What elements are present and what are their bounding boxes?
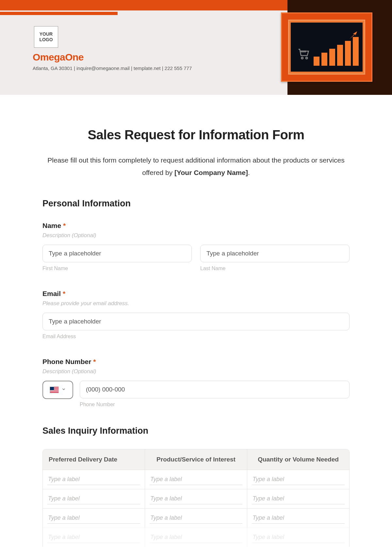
th-quantity: Quantity or Volume Needed — [247, 449, 349, 470]
name-description: Description (Optional) — [42, 232, 350, 239]
cell-input[interactable] — [150, 474, 242, 485]
last-name-input[interactable] — [200, 245, 350, 262]
svg-point-1 — [306, 57, 307, 59]
inquiry-table: Preferred Delivery Date Product/Service … — [42, 449, 350, 547]
th-delivery-date: Preferred Delivery Date — [43, 449, 145, 470]
last-name-sublabel: Last Name — [200, 266, 350, 271]
shopping-cart-icon — [297, 47, 312, 59]
cell-input[interactable] — [47, 493, 140, 504]
required-marker: * — [63, 222, 66, 229]
table-row — [43, 508, 349, 528]
table-row — [43, 470, 349, 489]
cell-input[interactable] — [252, 532, 345, 543]
header-banner: YOUR LOGO OmegaOne Atlanta, GA 30301 | i… — [0, 0, 392, 95]
banner-accent-bar — [0, 12, 118, 15]
page-title: Sales Request for Information Form — [42, 128, 350, 142]
cell-input[interactable] — [47, 474, 140, 485]
table-header-row: Preferred Delivery Date Product/Service … — [43, 449, 349, 470]
arrow-up-icon — [348, 30, 358, 42]
page-intro: Please fill out this form completely to … — [42, 154, 350, 179]
hero-image-frame — [281, 12, 372, 82]
cell-input[interactable] — [252, 513, 345, 524]
cell-input[interactable] — [47, 513, 140, 524]
phone-label: Phone Number — [42, 358, 91, 365]
email-input[interactable] — [42, 313, 350, 330]
table-row — [43, 489, 349, 508]
required-marker: * — [93, 358, 96, 365]
flag-us-icon — [50, 387, 59, 393]
email-description: Please provide your email address. — [42, 300, 350, 307]
phone-sublabel: Phone Number — [80, 402, 350, 408]
first-name-input[interactable] — [42, 245, 192, 262]
email-label: Email — [42, 290, 61, 297]
phone-description: Description (Optional) — [42, 368, 350, 375]
cell-input[interactable] — [252, 493, 345, 504]
company-contact-info: Atlanta, GA 30301 | inquire@omegaone.mai… — [33, 65, 192, 71]
hero-image — [291, 23, 363, 72]
company-name: OmegaOne — [33, 52, 84, 63]
field-name: Name * Description (Optional) First Name… — [42, 222, 350, 271]
intro-text-post: . — [248, 169, 250, 176]
logo-placeholder: YOUR LOGO — [34, 26, 58, 48]
cell-input[interactable] — [150, 532, 242, 543]
th-product-service: Product/Service of Interest — [145, 449, 247, 470]
required-marker: * — [63, 290, 65, 297]
section-sales-inquiry: Sales Inquiry Information — [42, 426, 350, 436]
cell-input[interactable] — [252, 474, 345, 485]
table-row — [43, 528, 349, 547]
phone-input[interactable] — [80, 381, 350, 398]
cell-input[interactable] — [47, 532, 140, 543]
svg-point-0 — [302, 57, 303, 59]
chevron-down-icon — [61, 387, 66, 393]
intro-company-placeholder: [Your Company Name] — [174, 169, 248, 176]
field-phone: Phone Number * Description (Optional) Ph… — [42, 358, 350, 408]
field-email: Email * Please provide your email addres… — [42, 290, 350, 339]
cell-input[interactable] — [150, 513, 242, 524]
section-personal-info: Personal Information — [42, 199, 350, 209]
cell-input[interactable] — [150, 493, 242, 504]
first-name-sublabel: First Name — [42, 266, 192, 271]
email-sublabel: Email Address — [42, 334, 350, 339]
country-code-select[interactable] — [42, 381, 73, 399]
name-label: Name — [42, 222, 61, 229]
